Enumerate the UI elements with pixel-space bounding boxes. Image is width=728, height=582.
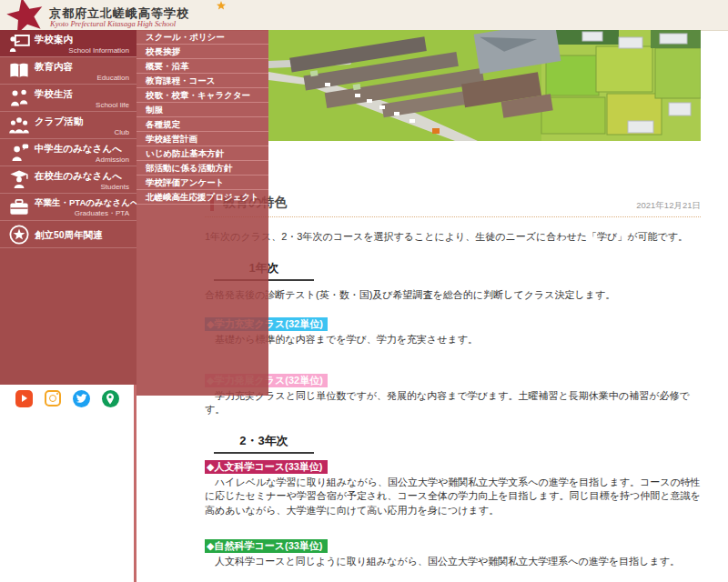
submenu-item-management-plan[interactable]: 学校経営計画 — [136, 132, 268, 146]
submenu-item-evaluation-survey[interactable]: 学校評価アンケート — [136, 176, 268, 190]
submenu-item-regulations[interactable]: 各種規定 — [136, 117, 268, 132]
briefcase-icon — [8, 196, 30, 218]
sidebar-nav: 学校案内 School Information 教育内容 Education 学… — [0, 30, 136, 385]
sidebar-item-50th-anniversary[interactable]: 創立50周年関連 — [0, 221, 136, 248]
submenu-item-club-activity-policy[interactable]: 部活動に係る活動方針 — [136, 161, 268, 176]
site-header: 京都府立北嵯峨高等学校 Kyoto Prefectural Kitasaga H… — [0, 0, 728, 31]
sidebar-item-school-information[interactable]: 学校案内 School Information — [0, 30, 136, 57]
person-speech-icon — [8, 142, 30, 164]
sidebar-item-graduates-pta[interactable]: 卒業生・PTAのみなさんへ Graduates・PTA — [0, 194, 136, 221]
two-students-icon — [8, 87, 30, 109]
school-name-en: Kyoto Prefectural Kitasaga High School — [50, 19, 176, 28]
sidebar-item-sublabel: School Information — [68, 46, 129, 55]
sidebar-item-school-life[interactable]: 学校生活 School life — [0, 85, 136, 112]
instagram-lens — [49, 395, 56, 402]
course-block: ◆学力充実クラス(32単位) 基礎から標準的な内容までを学び、学力を充実させます… — [205, 315, 701, 347]
submenu-item-support-project[interactable]: 北嵯峨高生応援プロジェクト — [136, 190, 268, 205]
sidebar-item-label: 教育内容 — [35, 61, 73, 74]
sidebar-item-label: 在校生のみなさんへ — [35, 170, 122, 183]
section-heading-year23: 2・3年次 — [214, 433, 314, 454]
course-label: ◆自然科学コース(33単位) — [205, 539, 328, 553]
submenu-item-school-policy[interactable]: スクール・ポリシー — [136, 30, 268, 45]
sidebar-item-label: 学校案内 — [35, 34, 73, 46]
sidebar-item-club[interactable]: クラブ活動 Club — [0, 112, 136, 139]
anniversary-emblem-icon — [8, 224, 30, 246]
intro-text: 1年次のクラス、2・3年次のコースを選択することにより、生徒のニーズに合わせた「… — [205, 229, 701, 245]
teacher-blackboard-icon — [8, 33, 30, 55]
instagram-dot — [56, 393, 58, 395]
submenu-item-song-emblem-character[interactable]: 校歌・校章・キャラクター — [136, 88, 268, 103]
sidebar-item-education[interactable]: 教育内容 Education — [0, 57, 136, 85]
sidebar-item-sublabel: Graduates・PTA — [75, 208, 129, 218]
twitter-icon[interactable] — [73, 390, 90, 407]
submenu-item-bullying-prevention[interactable]: いじめ防止基本方針 — [136, 146, 268, 161]
course-text: ハイレベルな学習に取り組みながら、国公立大学や難関私立大学文系への進学を目指しま… — [205, 476, 701, 518]
article: 教育の特色 2021年12月21日 1年次のクラス、2・3年次のコースを選択する… — [205, 193, 701, 582]
sidebar-edge-line — [134, 382, 136, 582]
course-text: 学力充実クラスと同じ単位数ですが、発展的な内容まで学びます。土曜補習と長期休業中… — [205, 389, 701, 417]
sidebar-item-sublabel: Students — [100, 183, 129, 191]
sidebar-item-sublabel: Education — [96, 74, 129, 82]
sidebar-item-label: 学校生活 — [35, 88, 73, 101]
youtube-icon[interactable] — [15, 390, 33, 407]
sidebar-item-admission[interactable]: 中学生のみなさんへ Admission — [0, 139, 136, 166]
submenu-item-principal-greeting[interactable]: 校長挨拶 — [136, 45, 268, 59]
sidebar-item-label: クラブ活動 — [35, 115, 83, 128]
sidebar-item-label: 中学生のみなさんへ — [35, 143, 122, 156]
sidebar-item-label: 創立50周年関連 — [35, 229, 103, 242]
graduate-icon — [8, 169, 30, 191]
group-icon — [8, 115, 30, 136]
map-pin-icon[interactable] — [102, 390, 119, 407]
submenu-item-overview-history[interactable]: 概要・沿革 — [136, 59, 268, 74]
decoration-star-icon — [217, 1, 226, 10]
course-label: ◆人文科学コース(33単位) — [205, 460, 328, 474]
school-information-submenu: スクール・ポリシー 校長挨拶 概要・沿革 教育課程・コース 校歌・校章・キャラク… — [136, 30, 268, 396]
divider — [205, 216, 701, 217]
page: 京都府立北嵯峨高等学校 Kyoto Prefectural Kitasaga H… — [0, 0, 728, 582]
sidebar-item-sublabel: Admission — [96, 156, 129, 164]
sidebar-item-sublabel: School life — [96, 101, 129, 109]
submenu-item-uniform[interactable]: 制服 — [136, 103, 268, 117]
course-text: 基礎から標準的な内容までを学び、学力を充実させます。 — [205, 333, 701, 347]
sidebar-item-sublabel: Club — [115, 128, 129, 136]
course-block: ◆人文科学コース(33単位) ハイレベルな学習に取り組みながら、国公立大学や難関… — [205, 457, 701, 518]
submenu-item-curriculum-courses[interactable]: 教育課程・コース — [136, 74, 268, 88]
sidebar-item-students[interactable]: 在校生のみなさんへ Students — [0, 166, 136, 194]
page-title: 教育の特色 — [210, 193, 701, 211]
course-block: ◆自然科学コース(33単位) 人文科学コースと同じように取り組みながら、国公立大… — [205, 537, 701, 569]
post-date: 2021年12月21日 — [636, 200, 701, 212]
instagram-frame — [45, 390, 61, 406]
social-links — [0, 386, 134, 410]
course-block: ◆学力発展クラス(32単位) 学力充実クラスと同じ単位数ですが、発展的な内容まで… — [205, 371, 701, 417]
section-lead: 合格発表後の診断テスト(英・数・国)及び希望調査を総合的に判断してクラス決定しま… — [205, 287, 701, 303]
open-book-icon — [8, 60, 30, 82]
course-text: 人文科学コースと同じように取り組みながら、国公立大学や難関私立大学理系への進学を… — [205, 555, 701, 569]
hero-image — [268, 30, 701, 141]
instagram-icon[interactable] — [45, 390, 61, 406]
